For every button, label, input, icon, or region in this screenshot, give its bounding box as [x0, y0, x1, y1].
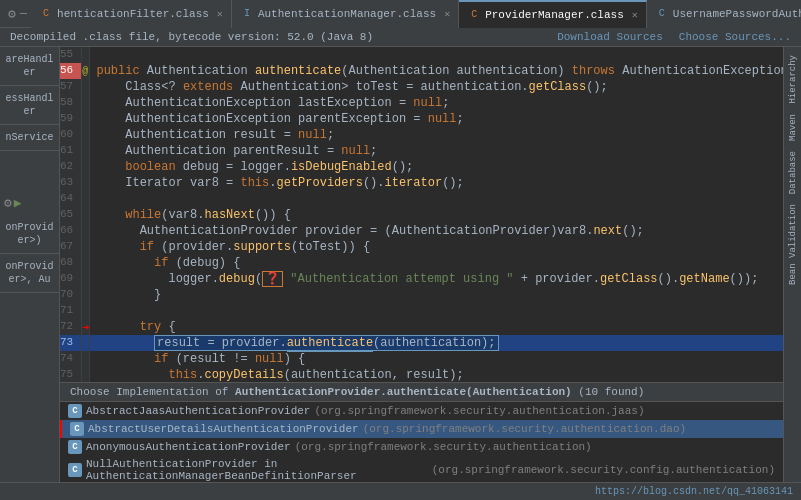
line-code: if (provider.supports(toTest)) {	[90, 239, 783, 255]
right-tool-hierarchy[interactable]: Hierarchy	[786, 51, 800, 108]
line-num: 75	[60, 367, 82, 382]
impl-row-3[interactable]: C NullAuthenticationProvider in Authenti…	[60, 456, 783, 482]
line-code	[90, 47, 783, 63]
dash-separator: —	[16, 7, 31, 21]
table-row: 60 Authentication result = null;	[60, 127, 783, 143]
tab-icon-0: C	[39, 7, 53, 21]
line-code: Authentication parentResult = null;	[90, 143, 783, 159]
line-num: 58	[60, 95, 82, 111]
line-code: while(var8.hasNext()) {	[90, 207, 783, 223]
table-row: 70 }	[60, 287, 783, 303]
table-row: 61 Authentication parentResult = null;	[60, 143, 783, 159]
impl-list: C AbstractJaasAuthenticationProvider (or…	[60, 402, 783, 482]
impl-pkg-1: (org.springframework.security.authentica…	[363, 423, 686, 435]
line-num: 69	[60, 271, 82, 287]
right-sidebar: Hierarchy Maven Database Bean Validation	[783, 47, 801, 482]
line-gutter	[82, 239, 90, 255]
line-num: 71	[60, 303, 82, 319]
impl-pkg-2: (org.springframework.security.authentica…	[295, 441, 592, 453]
notif-message: Decompiled .class file, bytecode version…	[10, 31, 373, 43]
table-row: 67 if (provider.supports(toTest)) {	[60, 239, 783, 255]
impl-row-0[interactable]: C AbstractJaasAuthenticationProvider (or…	[60, 402, 783, 420]
gear-icon[interactable]: ⚙	[8, 6, 16, 22]
line-gutter	[82, 191, 90, 207]
line-gutter: ➔	[82, 319, 90, 335]
line-gutter	[82, 223, 90, 239]
sidebar-item-onProvider2[interactable]: onProvider>, Au	[0, 254, 59, 293]
line-code: AuthenticationException parentException …	[90, 111, 783, 127]
table-row: 72 ➔ try {	[60, 319, 783, 335]
table-row: 56 @ public Authentication authenticate(…	[60, 63, 783, 79]
line-gutter-73	[82, 335, 90, 351]
tab-bar: ⚙ — C henticationFilter.class ✕ I Authen…	[0, 0, 801, 28]
table-row: 75 this.copyDetails(authentication, resu…	[60, 367, 783, 382]
table-row: 62 boolean debug = logger.isDebugEnabled…	[60, 159, 783, 175]
line-code	[90, 191, 783, 207]
table-row: 59 AuthenticationException parentExcepti…	[60, 111, 783, 127]
line-gutter	[82, 207, 90, 223]
line-gutter	[82, 95, 90, 111]
right-tool-maven[interactable]: Maven	[786, 110, 800, 145]
line-code-73: result = provider.authenticate(authentic…	[90, 335, 783, 351]
line-code: AuthenticationException lastException = …	[90, 95, 783, 111]
line-num-56: 56	[60, 63, 82, 79]
sidebar-item-areHandler[interactable]: areHandler	[0, 47, 59, 86]
line-num: 63	[60, 175, 82, 191]
table-row: 55	[60, 47, 783, 63]
right-tool-beanvalidation[interactable]: Bean Validation	[786, 200, 800, 289]
impl-class-0: AbstractJaasAuthenticationProvider	[86, 405, 310, 417]
line-gutter	[82, 303, 90, 319]
tab-close-2[interactable]: ✕	[632, 9, 638, 21]
table-row: 66 AuthenticationProvider provider = (Au…	[60, 223, 783, 239]
line-gutter	[82, 111, 90, 127]
sidebar-item-onProvider[interactable]: onProvider>)	[0, 215, 59, 254]
impl-icon-1: C	[70, 422, 84, 436]
settings-icon[interactable]: ⚙	[4, 195, 12, 211]
line-num: 60	[60, 127, 82, 143]
tab-close-0[interactable]: ✕	[217, 8, 223, 20]
line-num: 61	[60, 143, 82, 159]
line-num: 66	[60, 223, 82, 239]
run-icon[interactable]: ▶	[14, 195, 22, 211]
code-scroll[interactable]: 55 56 @ public Authentication authentica…	[60, 47, 783, 382]
sidebar-item-nService[interactable]: nService	[0, 125, 59, 151]
line-gutter	[82, 79, 90, 95]
line-num-73: 73	[60, 335, 82, 351]
right-tool-database[interactable]: Database	[786, 147, 800, 198]
main-layout: areHandler essHandler nService ⚙ ▶ onPro…	[0, 47, 801, 482]
table-row: 63 Iterator var8 = this.getProviders().i…	[60, 175, 783, 191]
status-link[interactable]: https://blog.csdn.net/qq_41063141	[595, 486, 793, 497]
line-gutter	[82, 143, 90, 159]
line-code	[90, 303, 783, 319]
line-num: 55	[60, 47, 82, 63]
tab-UsernamePassword[interactable]: C UsernamePasswordAuthenticationToken.cl…	[647, 0, 801, 28]
tab-label-1: AuthenticationManager.class	[258, 8, 436, 20]
tab-ProviderManager[interactable]: C ProviderManager.class ✕	[459, 0, 647, 28]
tab-AuthenticationManager[interactable]: I AuthenticationManager.class ✕	[232, 0, 459, 28]
line-gutter	[82, 255, 90, 271]
line-gutter-56: @	[82, 63, 90, 79]
tab-label-3: UsernamePasswordAuthenticationToken.clas	[673, 8, 801, 20]
download-sources-link[interactable]: Download Sources	[557, 31, 663, 43]
tab-icon-3: C	[655, 7, 669, 21]
tab-henticationFilter[interactable]: C henticationFilter.class ✕	[31, 0, 232, 28]
table-row: 57 Class<? extends Authentication> toTes…	[60, 79, 783, 95]
line-gutter	[82, 127, 90, 143]
line-code: Authentication result = null;	[90, 127, 783, 143]
table-row: 68 if (debug) {	[60, 255, 783, 271]
choose-sources-link[interactable]: Choose Sources...	[679, 31, 791, 43]
impl-class-1: AbstractUserDetailsAuthenticationProvide…	[88, 423, 359, 435]
line-num: 64	[60, 191, 82, 207]
table-row: 64	[60, 191, 783, 207]
impl-class-3: NullAuthenticationProvider in Authentica…	[86, 458, 428, 482]
line-num: 57	[60, 79, 82, 95]
impl-pkg-3: (org.springframework.security.config.aut…	[432, 464, 775, 476]
line-code: Class<? extends Authentication> toTest =…	[90, 79, 783, 95]
sidebar-item-essHandler[interactable]: essHandler	[0, 86, 59, 125]
line-num: 68	[60, 255, 82, 271]
impl-row-1[interactable]: C AbstractUserDetailsAuthenticationProvi…	[60, 420, 783, 438]
tab-label-2: ProviderManager.class	[485, 9, 624, 21]
impl-row-2[interactable]: C AnonymousAuthenticationProvider (org.s…	[60, 438, 783, 456]
table-row: 71	[60, 303, 783, 319]
tab-close-1[interactable]: ✕	[444, 8, 450, 20]
